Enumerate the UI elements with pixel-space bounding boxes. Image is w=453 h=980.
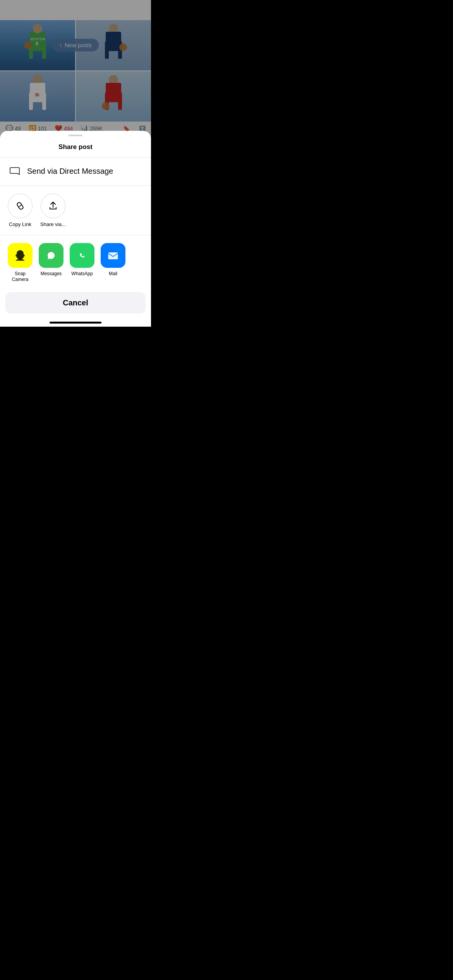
copy-link-item[interactable]: Copy Link bbox=[8, 194, 33, 227]
share-via-label: Share via... bbox=[40, 221, 66, 227]
messages-label: Messages bbox=[41, 271, 62, 277]
copy-link-button[interactable] bbox=[8, 194, 33, 218]
dm-row[interactable]: Send via Direct Message bbox=[0, 158, 151, 186]
share-sheet: Share post Send via Direct Message Copy … bbox=[0, 131, 151, 327]
whatsapp-icon[interactable] bbox=[70, 243, 94, 268]
sheet-handle bbox=[69, 135, 82, 136]
snap-camera-icon[interactable] bbox=[8, 243, 33, 268]
cancel-button[interactable]: Cancel bbox=[5, 292, 146, 314]
mail-label: Mail bbox=[109, 271, 117, 277]
copy-link-label: Copy Link bbox=[9, 221, 31, 227]
messages-icon[interactable] bbox=[39, 243, 63, 268]
svg-point-23 bbox=[77, 250, 87, 260]
dm-label: Send via Direct Message bbox=[27, 167, 113, 176]
apps-row: SnapCamera Messages WhatsApp bbox=[0, 235, 151, 287]
whatsapp-item[interactable]: WhatsApp bbox=[70, 243, 94, 283]
home-indicator bbox=[50, 322, 101, 324]
snap-camera-item[interactable]: SnapCamera bbox=[8, 243, 33, 283]
actions-row: Copy Link Share via... bbox=[0, 186, 151, 235]
messages-item[interactable]: Messages bbox=[39, 243, 63, 283]
sheet-title: Share post bbox=[0, 139, 151, 157]
whatsapp-label: WhatsApp bbox=[71, 271, 93, 277]
mail-icon[interactable] bbox=[101, 243, 125, 268]
share-via-item[interactable]: Share via... bbox=[40, 194, 66, 227]
svg-rect-24 bbox=[108, 252, 118, 259]
dm-icon bbox=[8, 164, 22, 178]
mail-item[interactable]: Mail bbox=[101, 243, 125, 283]
share-via-button[interactable] bbox=[41, 194, 65, 218]
snap-camera-label: SnapCamera bbox=[12, 271, 29, 283]
